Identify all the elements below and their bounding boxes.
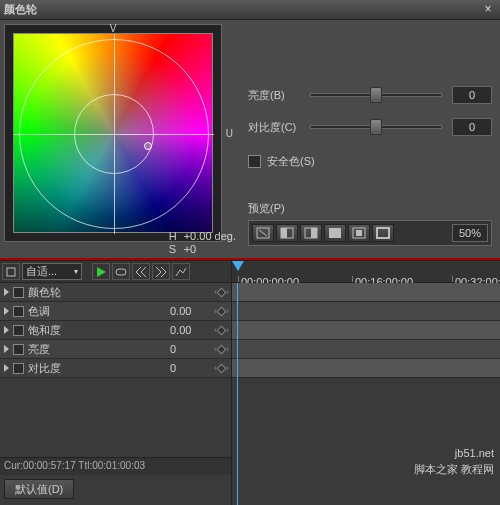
property-row[interactable]: 亮度0‹› xyxy=(0,340,231,359)
contrast-label: 对比度(C) xyxy=(248,120,304,135)
controls-panel: 亮度(B) 0 对比度(C) 0 安全色(S) 预览(P) 50% xyxy=(240,20,500,258)
ruler-tick: 00:16:00:00 xyxy=(352,276,413,282)
preview-split-none-icon[interactable] xyxy=(252,224,274,242)
contrast-value[interactable]: 0 xyxy=(452,118,492,136)
prev-kf-icon[interactable] xyxy=(132,263,150,280)
keyframe-controls[interactable]: ‹› xyxy=(214,306,229,316)
brightness-row: 亮度(B) 0 xyxy=(248,86,492,104)
property-rows: 颜色轮‹›色调0.00‹›饱和度0.00‹›亮度0‹›对比度0‹› xyxy=(0,283,231,378)
property-checkbox[interactable] xyxy=(13,344,24,355)
property-name: 对比度 xyxy=(28,361,166,376)
fit-dropdown[interactable]: 自适... ▾ xyxy=(22,263,82,280)
keyframe-controls[interactable]: ‹› xyxy=(214,344,229,354)
property-row[interactable]: 对比度0‹› xyxy=(0,359,231,378)
svg-rect-3 xyxy=(281,228,287,238)
preview-zoom[interactable]: 50% xyxy=(452,224,488,242)
property-checkbox[interactable] xyxy=(13,363,24,374)
preview-section: 预览(P) 50% xyxy=(248,201,492,246)
property-checkbox[interactable] xyxy=(13,287,24,298)
hue-sat-readout: H +0.00 deg. S +0 xyxy=(169,230,236,256)
preview-label: 预览(P) xyxy=(248,201,492,216)
color-picker-handle[interactable] xyxy=(144,142,152,150)
expand-icon[interactable] xyxy=(4,326,9,334)
preview-toolbar: 50% xyxy=(248,220,492,246)
keyframe-controls[interactable]: ‹› xyxy=(214,363,229,373)
keyframe-controls[interactable]: ‹› xyxy=(214,325,229,335)
preview-inset-icon[interactable] xyxy=(348,224,370,242)
safe-color-label: 安全色(S) xyxy=(267,154,315,169)
expand-icon[interactable] xyxy=(4,345,9,353)
preview-full-icon[interactable] xyxy=(324,224,346,242)
upper-panel: V U H +0.00 deg. S +0 亮度(B) 0 对比度(C) 0 安… xyxy=(0,20,500,260)
property-name: 亮度 xyxy=(28,342,166,357)
property-row[interactable]: 饱和度0.00‹› xyxy=(0,321,231,340)
timeline-ruler[interactable]: 00:00:00:00 00:16:00:00 00:32:00:00 xyxy=(232,261,500,283)
keyframe-controls[interactable]: ‹› xyxy=(214,287,229,297)
brightness-slider[interactable] xyxy=(310,86,442,104)
svg-rect-6 xyxy=(329,228,341,238)
preview-split-half-icon[interactable] xyxy=(276,224,298,242)
brightness-value[interactable]: 0 xyxy=(452,86,492,104)
time-readout: Cur:00:00:57:17 Ttl:00:01:00:03 xyxy=(0,457,231,475)
color-wheel[interactable]: V U xyxy=(4,24,222,242)
tree-toolbar: 自适... ▾ xyxy=(0,261,231,283)
expand-icon[interactable] xyxy=(4,307,9,315)
play-icon[interactable] xyxy=(92,263,110,280)
svg-rect-11 xyxy=(116,269,126,275)
svg-rect-8 xyxy=(356,230,362,236)
contrast-slider[interactable] xyxy=(310,118,442,136)
property-row[interactable]: 颜色轮‹› xyxy=(0,283,231,302)
timeline-panel: 00:00:00:00 00:16:00:00 00:32:00:00 jb51… xyxy=(232,261,500,505)
property-row[interactable]: 色调0.00‹› xyxy=(0,302,231,321)
contrast-row: 对比度(C) 0 xyxy=(248,118,492,136)
window-title: 颜色轮 xyxy=(4,2,480,17)
close-icon[interactable]: × xyxy=(480,2,496,18)
property-checkbox[interactable] xyxy=(13,306,24,317)
expand-icon[interactable] xyxy=(4,364,9,372)
svg-rect-10 xyxy=(7,268,15,276)
loop-icon[interactable] xyxy=(112,263,130,280)
default-button[interactable]: 默认值(D) xyxy=(4,479,74,499)
property-value[interactable]: 0 xyxy=(170,343,210,355)
chevron-down-icon: ▾ xyxy=(74,267,78,276)
u-axis-label: U xyxy=(226,128,233,139)
property-tree-panel: 自适... ▾ 颜色轮‹›色调0.00‹›饱和度0.00‹›亮度0‹›对比度0‹… xyxy=(0,261,232,505)
brightness-label: 亮度(B) xyxy=(248,88,304,103)
expand-icon[interactable] xyxy=(4,288,9,296)
lower-panel: 自适... ▾ 颜色轮‹›色调0.00‹›饱和度0.00‹›亮度0‹›对比度0‹… xyxy=(0,260,500,505)
graph-icon[interactable] xyxy=(172,263,190,280)
property-checkbox[interactable] xyxy=(13,325,24,336)
svg-rect-5 xyxy=(311,228,317,238)
svg-rect-9 xyxy=(377,228,389,238)
safe-color-row: 安全色(S) xyxy=(248,154,492,169)
svg-line-1 xyxy=(259,230,267,236)
property-value[interactable]: 0.00 xyxy=(170,324,210,336)
property-name: 色调 xyxy=(28,304,166,319)
color-field[interactable] xyxy=(13,33,213,233)
property-name: 饱和度 xyxy=(28,323,166,338)
ruler-tick: 00:00:00:00 xyxy=(238,276,299,282)
titlebar[interactable]: 颜色轮 × xyxy=(0,0,500,20)
property-name: 颜色轮 xyxy=(28,285,166,300)
color-wheel-panel: V U H +0.00 deg. S +0 xyxy=(0,20,240,258)
timeline-tracks[interactable] xyxy=(232,283,500,505)
ruler-tick: 00:32:00:00 xyxy=(452,276,500,282)
playhead-icon[interactable] xyxy=(232,261,244,271)
color-wheel-dialog: 颜色轮 × V U H +0.00 deg. S +0 亮度(B) 0 对比度(… xyxy=(0,0,500,505)
property-value[interactable]: 0.00 xyxy=(170,305,210,317)
preview-split-vert-icon[interactable] xyxy=(300,224,322,242)
safe-color-checkbox[interactable] xyxy=(248,155,261,168)
property-value[interactable]: 0 xyxy=(170,362,210,374)
next-kf-icon[interactable] xyxy=(152,263,170,280)
preview-border-icon[interactable] xyxy=(372,224,394,242)
tool-btn-1[interactable] xyxy=(2,263,20,280)
